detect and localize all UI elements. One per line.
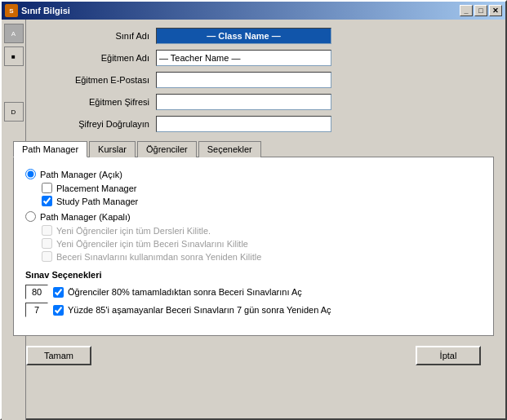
sinif-adi-row: Sınıf Adı — [13, 28, 494, 44]
sidebar-icon-3[interactable]: D — [4, 102, 24, 122]
sinav-secenekleri-title: Sınav Seçenekleri — [25, 270, 482, 280]
egitmen-adi-input[interactable] — [156, 50, 331, 66]
sinav-num-1: 80 — [25, 285, 48, 299]
sinif-adi-label: Sınıf Adı — [13, 31, 156, 41]
title-bar-buttons: _ □ ✕ — [460, 5, 502, 16]
tamam-button[interactable]: Tamam — [26, 346, 91, 365]
maximize-button[interactable]: □ — [474, 5, 487, 16]
sinav-num-2: 7 — [25, 303, 48, 317]
iptal-button[interactable]: İptal — [416, 346, 481, 365]
placement-manager-row: Placement Manager — [42, 183, 482, 193]
tabs-container: Path Manager Kurslar Öğrenciler Seçenekl… — [13, 140, 494, 336]
egitmen-eposta-label: Eğitmen E-Postası — [13, 75, 156, 85]
path-manager-closed-row: Path Manager (Kapalı) — [25, 211, 482, 222]
tab-secenekler[interactable]: Seçenekler — [198, 141, 261, 157]
egitmen-adi-row: Eğitmen Adı — [13, 50, 494, 66]
minimize-button[interactable]: _ — [460, 5, 473, 16]
study-path-checkbox[interactable] — [42, 196, 52, 206]
window-icon: S — [5, 4, 18, 17]
egitmen-adi-label: Eğitmen Adı — [13, 53, 156, 63]
egitmen-sifresi-label: Eğitmen Şifresi — [13, 97, 156, 107]
sinav-row1-label: Öğrenciler 80% tamamladıktan sonra Becer… — [68, 287, 302, 297]
tabs-row: Path Manager Kurslar Öğrenciler Seçenekl… — [13, 140, 494, 157]
bottom-buttons: Tamam İptal — [13, 339, 494, 372]
tab-ogrenciler[interactable]: Öğrenciler — [137, 141, 197, 157]
sifreyi-dogrulayin-row: Şifreyi Doğrulayın — [13, 116, 494, 132]
closed-option3-row: Beceri Sınavlarını kullanımdan sonra Yen… — [42, 251, 482, 262]
sinav-row2-label: Yüzde 85'i aşamayanlar Beceri Sınavların… — [68, 305, 331, 315]
tab-kurslar[interactable]: Kurslar — [89, 141, 136, 157]
window-title: Sınıf Bilgisi — [21, 6, 460, 15]
path-manager-open-row: Path Manager (Açık) — [25, 169, 482, 179]
sifreyi-dogrulayin-label: Şifreyi Doğrulayın — [13, 119, 156, 129]
main-window: S Sınıf Bilgisi _ □ ✕ A ■ D Sınıf Adı Eğ… — [0, 0, 507, 420]
sinav-row2-checkbox[interactable] — [53, 305, 64, 316]
placement-manager-label[interactable]: Placement Manager — [56, 183, 136, 193]
sinav-row-2: 7 Yüzde 85'i aşamayanlar Beceri Sınavlar… — [25, 303, 482, 317]
path-manager-open-label[interactable]: Path Manager (Açık) — [40, 170, 122, 179]
sifreyi-dogrulayin-input[interactable] — [156, 116, 331, 132]
tab-content-path-manager: Path Manager (Açık) Placement Manager St… — [13, 157, 494, 336]
title-bar: S Sınıf Bilgisi _ □ ✕ — [2, 2, 505, 20]
egitmen-eposta-row: Eğitmen E-Postası — [13, 72, 494, 88]
study-path-row: Study Path Manager — [42, 196, 482, 206]
egitmen-eposta-input[interactable] — [156, 72, 331, 88]
tab-path-manager[interactable]: Path Manager — [13, 141, 87, 157]
closed-option1-label: Yeni Öğrenciler için tüm Dersleri Kilitl… — [56, 226, 211, 236]
sinav-secenekleri-section: Sınav Seçenekleri 80 Öğrenciler 80% tama… — [25, 270, 482, 317]
sinav-row-1: 80 Öğrenciler 80% tamamladıktan sonra Be… — [25, 285, 482, 299]
study-path-label[interactable]: Study Path Manager — [56, 197, 138, 206]
egitmen-sifresi-input[interactable] — [156, 94, 331, 110]
closed-option3-checkbox[interactable] — [42, 251, 52, 262]
closed-option3-label: Beceri Sınavlarını kullanımdan sonra Yen… — [56, 252, 261, 262]
placement-manager-checkbox[interactable] — [42, 183, 52, 193]
close-button[interactable]: ✕ — [489, 5, 502, 16]
path-manager-closed-label[interactable]: Path Manager (Kapalı) — [40, 212, 131, 222]
sinav-row1-checkbox[interactable] — [53, 287, 64, 298]
sidebar-icon-2[interactable]: ■ — [4, 46, 24, 66]
path-manager-closed-radio[interactable] — [25, 211, 36, 222]
sinif-adi-input[interactable] — [156, 28, 331, 44]
closed-option2-checkbox[interactable] — [42, 238, 52, 249]
closed-option1-row: Yeni Öğrenciler için tüm Dersleri Kilitl… — [42, 225, 482, 236]
closed-option2-label: Yeni Öğrenciler için tüm Beceri Sınavlar… — [56, 239, 248, 249]
closed-option1-checkbox[interactable] — [42, 225, 52, 236]
egitmen-sifresi-row: Eğitmen Şifresi — [13, 94, 494, 110]
path-manager-open-radio[interactable] — [25, 169, 36, 179]
sidebar-icon-1[interactable]: A — [4, 24, 24, 43]
closed-option2-row: Yeni Öğrenciler için tüm Beceri Sınavlar… — [42, 238, 482, 249]
